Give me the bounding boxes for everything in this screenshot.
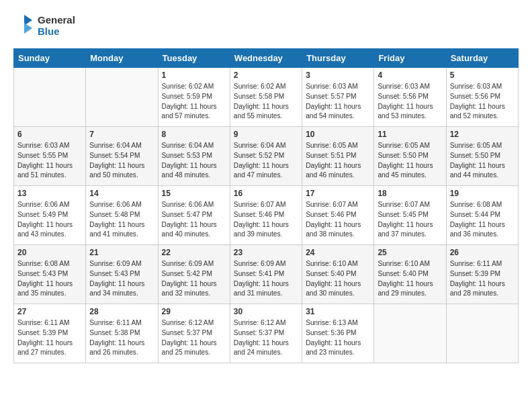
- calendar-cell: 20Sunrise: 6:08 AMSunset: 5:43 PMDayligh…: [14, 245, 86, 304]
- day-of-week-header: Sunday: [14, 49, 86, 68]
- calendar-week-row: 20Sunrise: 6:08 AMSunset: 5:43 PMDayligh…: [14, 245, 519, 304]
- calendar-cell: 31Sunrise: 6:13 AMSunset: 5:36 PMDayligh…: [302, 304, 374, 363]
- calendar-cell: 3Sunrise: 6:03 AMSunset: 5:57 PMDaylight…: [302, 68, 374, 127]
- day-info: Sunrise: 6:05 AMSunset: 5:51 PMDaylight:…: [306, 141, 370, 181]
- calendar-week-row: 6Sunrise: 6:03 AMSunset: 5:55 PMDaylight…: [14, 127, 519, 186]
- logo-svg: [13, 13, 35, 38]
- day-info: Sunrise: 6:07 AMSunset: 5:45 PMDaylight:…: [378, 200, 442, 240]
- calendar-cell: 5Sunrise: 6:03 AMSunset: 5:56 PMDaylight…: [446, 68, 518, 127]
- day-number: 2: [234, 71, 298, 80]
- calendar-week-row: 1Sunrise: 6:02 AMSunset: 5:59 PMDaylight…: [14, 68, 519, 127]
- calendar-cell: 29Sunrise: 6:12 AMSunset: 5:37 PMDayligh…: [158, 304, 230, 363]
- day-info: Sunrise: 6:05 AMSunset: 5:50 PMDaylight:…: [378, 141, 442, 181]
- calendar-cell: 8Sunrise: 6:04 AMSunset: 5:53 PMDaylight…: [158, 127, 230, 186]
- day-number: 5: [450, 71, 515, 80]
- calendar-cell: 28Sunrise: 6:11 AMSunset: 5:38 PMDayligh…: [86, 304, 158, 363]
- day-info: Sunrise: 6:11 AMSunset: 5:39 PMDaylight:…: [450, 259, 515, 299]
- calendar-cell: 23Sunrise: 6:09 AMSunset: 5:41 PMDayligh…: [230, 245, 302, 304]
- calendar: SundayMondayTuesdayWednesdayThursdayFrid…: [13, 48, 519, 363]
- day-number: 17: [306, 189, 370, 198]
- day-info: Sunrise: 6:12 AMSunset: 5:37 PMDaylight:…: [162, 318, 226, 358]
- day-number: 27: [17, 307, 82, 316]
- day-info: Sunrise: 6:10 AMSunset: 5:40 PMDaylight:…: [306, 259, 370, 299]
- calendar-cell: 2Sunrise: 6:02 AMSunset: 5:58 PMDaylight…: [230, 68, 302, 127]
- calendar-cell: 12Sunrise: 6:05 AMSunset: 5:50 PMDayligh…: [446, 127, 518, 186]
- day-info: Sunrise: 6:11 AMSunset: 5:38 PMDaylight:…: [89, 318, 154, 358]
- day-info: Sunrise: 6:08 AMSunset: 5:44 PMDaylight:…: [450, 200, 515, 240]
- calendar-cell: 11Sunrise: 6:05 AMSunset: 5:50 PMDayligh…: [374, 127, 446, 186]
- calendar-header-row: SundayMondayTuesdayWednesdayThursdayFrid…: [14, 49, 519, 68]
- day-info: Sunrise: 6:09 AMSunset: 5:41 PMDaylight:…: [234, 259, 298, 299]
- calendar-cell: 21Sunrise: 6:09 AMSunset: 5:43 PMDayligh…: [86, 245, 158, 304]
- day-info: Sunrise: 6:11 AMSunset: 5:39 PMDaylight:…: [17, 318, 82, 358]
- day-number: 4: [378, 71, 442, 80]
- day-info: Sunrise: 6:06 AMSunset: 5:48 PMDaylight:…: [89, 200, 154, 240]
- calendar-cell: 4Sunrise: 6:03 AMSunset: 5:56 PMDaylight…: [374, 68, 446, 127]
- calendar-cell: [86, 68, 158, 127]
- day-of-week-header: Thursday: [302, 49, 374, 68]
- calendar-cell: [14, 68, 86, 127]
- day-info: Sunrise: 6:02 AMSunset: 5:59 PMDaylight:…: [162, 82, 226, 122]
- day-number: 16: [234, 189, 298, 198]
- day-number: 25: [378, 248, 442, 257]
- day-number: 20: [17, 248, 82, 257]
- calendar-cell: 25Sunrise: 6:10 AMSunset: 5:40 PMDayligh…: [374, 245, 446, 304]
- day-info: Sunrise: 6:06 AMSunset: 5:49 PMDaylight:…: [17, 200, 82, 240]
- calendar-cell: 26Sunrise: 6:11 AMSunset: 5:39 PMDayligh…: [446, 245, 518, 304]
- day-number: 8: [162, 130, 226, 139]
- calendar-cell: 7Sunrise: 6:04 AMSunset: 5:54 PMDaylight…: [86, 127, 158, 186]
- day-number: 7: [89, 130, 154, 139]
- day-number: 22: [162, 248, 226, 257]
- day-info: Sunrise: 6:04 AMSunset: 5:52 PMDaylight:…: [234, 141, 298, 181]
- day-number: 15: [162, 189, 226, 198]
- calendar-cell: 27Sunrise: 6:11 AMSunset: 5:39 PMDayligh…: [14, 304, 86, 363]
- calendar-cell: 9Sunrise: 6:04 AMSunset: 5:52 PMDaylight…: [230, 127, 302, 186]
- day-number: 1: [162, 71, 226, 80]
- day-number: 9: [234, 130, 298, 139]
- day-number: 18: [378, 189, 442, 198]
- svg-marker-1: [24, 23, 32, 34]
- calendar-cell: 16Sunrise: 6:07 AMSunset: 5:46 PMDayligh…: [230, 186, 302, 245]
- day-info: Sunrise: 6:04 AMSunset: 5:54 PMDaylight:…: [89, 141, 154, 181]
- calendar-cell: 22Sunrise: 6:09 AMSunset: 5:42 PMDayligh…: [158, 245, 230, 304]
- day-of-week-header: Wednesday: [230, 49, 302, 68]
- logo: GeneralBlue: [13, 13, 75, 38]
- calendar-cell: [374, 304, 446, 363]
- day-of-week-header: Friday: [374, 49, 446, 68]
- calendar-cell: 17Sunrise: 6:07 AMSunset: 5:46 PMDayligh…: [302, 186, 374, 245]
- day-info: Sunrise: 6:02 AMSunset: 5:58 PMDaylight:…: [234, 82, 298, 122]
- day-number: 10: [306, 130, 370, 139]
- day-number: 19: [450, 189, 515, 198]
- day-of-week-header: Monday: [86, 49, 158, 68]
- calendar-cell: 10Sunrise: 6:05 AMSunset: 5:51 PMDayligh…: [302, 127, 374, 186]
- day-number: 14: [89, 189, 154, 198]
- day-number: 26: [450, 248, 515, 257]
- logo-blue-text: Blue: [38, 26, 75, 37]
- calendar-week-row: 27Sunrise: 6:11 AMSunset: 5:39 PMDayligh…: [14, 304, 519, 363]
- calendar-cell: 18Sunrise: 6:07 AMSunset: 5:45 PMDayligh…: [374, 186, 446, 245]
- calendar-week-row: 13Sunrise: 6:06 AMSunset: 5:49 PMDayligh…: [14, 186, 519, 245]
- calendar-cell: 6Sunrise: 6:03 AMSunset: 5:55 PMDaylight…: [14, 127, 86, 186]
- day-info: Sunrise: 6:07 AMSunset: 5:46 PMDaylight:…: [234, 200, 298, 240]
- day-number: 21: [89, 248, 154, 257]
- calendar-cell: [446, 304, 518, 363]
- day-number: 29: [162, 307, 226, 316]
- day-info: Sunrise: 6:03 AMSunset: 5:56 PMDaylight:…: [378, 82, 442, 122]
- calendar-cell: 24Sunrise: 6:10 AMSunset: 5:40 PMDayligh…: [302, 245, 374, 304]
- day-info: Sunrise: 6:12 AMSunset: 5:37 PMDaylight:…: [234, 318, 298, 358]
- day-of-week-header: Saturday: [446, 49, 518, 68]
- day-info: Sunrise: 6:07 AMSunset: 5:46 PMDaylight:…: [306, 200, 370, 240]
- page-header: GeneralBlue: [13, 13, 519, 38]
- calendar-cell: 14Sunrise: 6:06 AMSunset: 5:48 PMDayligh…: [86, 186, 158, 245]
- day-info: Sunrise: 6:03 AMSunset: 5:55 PMDaylight:…: [17, 141, 82, 181]
- day-number: 11: [378, 130, 442, 139]
- day-number: 24: [306, 248, 370, 257]
- day-info: Sunrise: 6:04 AMSunset: 5:53 PMDaylight:…: [162, 141, 226, 181]
- day-number: 31: [306, 307, 370, 316]
- day-of-week-header: Tuesday: [158, 49, 230, 68]
- day-info: Sunrise: 6:08 AMSunset: 5:43 PMDaylight:…: [17, 259, 82, 299]
- day-info: Sunrise: 6:03 AMSunset: 5:57 PMDaylight:…: [306, 82, 370, 122]
- day-number: 12: [450, 130, 515, 139]
- logo-general-text: General: [38, 14, 75, 26]
- day-info: Sunrise: 6:10 AMSunset: 5:40 PMDaylight:…: [378, 259, 442, 299]
